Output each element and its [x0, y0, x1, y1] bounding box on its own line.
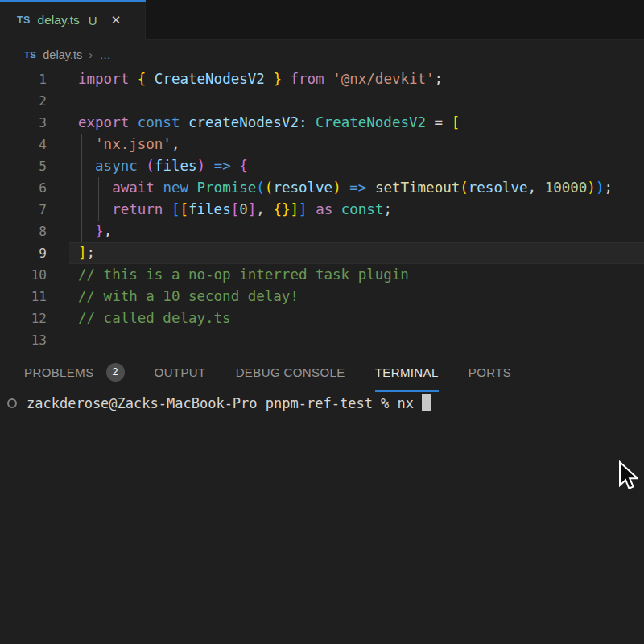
line-number[interactable]: 7 — [0, 199, 47, 221]
code-line-row: 9]; — [0, 242, 644, 264]
code-line-row: 3export const createNodesV2: CreateNodes… — [0, 112, 644, 134]
tab-ports[interactable]: PORTS — [469, 353, 511, 392]
line-number[interactable]: 9 — [0, 242, 47, 264]
chevron-right-icon: › — [89, 47, 93, 61]
tab-ports-label: PORTS — [469, 365, 511, 379]
code-line-row: 11// with a 10 second delay! — [0, 286, 644, 308]
tab-terminal[interactable]: TERMINAL — [375, 353, 439, 392]
active-tab-indicator — [0, 0, 146, 2]
line-number[interactable]: 8 — [0, 221, 47, 242]
code-line-row: 7 return [[files[0], {}]] as const; — [0, 199, 644, 221]
tab-filename: delay.ts — [38, 13, 80, 27]
line-number[interactable]: 12 — [0, 308, 47, 329]
line-number[interactable]: 10 — [0, 264, 47, 286]
terminal-block-cursor — [422, 394, 431, 411]
tab-output-label: OUTPUT — [155, 365, 206, 379]
code-line-row: 8 }, — [0, 221, 644, 242]
line-number[interactable]: 3 — [0, 112, 47, 134]
breadcrumb-symbol-ellipsis[interactable]: … — [99, 48, 111, 61]
mouse-cursor-arrow-icon — [617, 460, 638, 497]
code-line[interactable]: return [[files[0], {}]] as const; — [78, 199, 392, 221]
code-editor[interactable]: 1import { CreateNodesV2 } from '@nx/devk… — [0, 68, 644, 353]
tab-output[interactable]: OUTPUT — [155, 353, 206, 392]
editor-tab-bar: TS delay.ts U ✕ — [0, 0, 644, 40]
code-line[interactable]: // this is a no-op interred task plugin — [78, 264, 409, 286]
code-lines: 1import { CreateNodesV2 } from '@nx/devk… — [0, 68, 644, 351]
tab-problems-label: PROBLEMS — [24, 365, 94, 379]
code-line-row: 6 await new Promise((resolve) => setTime… — [0, 177, 644, 199]
code-line-row: 2 — [0, 90, 644, 112]
code-line-row: 12// called delay.ts — [0, 308, 644, 329]
code-line[interactable]: 'nx.json', — [78, 134, 180, 155]
command-decoration-circle-icon — [7, 398, 17, 408]
code-line-row: 1import { CreateNodesV2 } from '@nx/devk… — [0, 68, 644, 90]
code-line[interactable]: ]; — [78, 242, 95, 264]
code-line-row: 10// this is a no-op interred task plugi… — [0, 264, 644, 286]
terminal[interactable]: zackderose@Zacks-MacBook-Pro pnpm-ref-te… — [0, 393, 644, 413]
code-line-row: 5 async (files) => { — [0, 155, 644, 177]
panel-tab-bar: PROBLEMS 2 OUTPUT DEBUG CONSOLE TERMINAL… — [0, 353, 644, 392]
line-number[interactable]: 2 — [0, 90, 47, 112]
code-line[interactable]: async (files) => { — [78, 155, 248, 177]
code-line[interactable]: export const createNodesV2: CreateNodesV… — [78, 112, 460, 134]
code-line-row: 13 — [0, 329, 644, 351]
tab-terminal-label: TERMINAL — [375, 365, 439, 379]
tab-delay-ts[interactable]: TS delay.ts U ✕ — [0, 0, 146, 40]
tab-debug-console[interactable]: DEBUG CONSOLE — [236, 353, 345, 392]
terminal-prompt: zackderose@Zacks-MacBook-Pro pnpm-ref-te… — [27, 395, 414, 411]
code-line-row: 4 'nx.json', — [0, 134, 644, 155]
code-line[interactable]: // called delay.ts — [78, 308, 231, 329]
breadcrumb-file[interactable]: delay.ts — [43, 48, 82, 61]
tab-debug-console-label: DEBUG CONSOLE — [236, 365, 345, 379]
code-line[interactable]: }, — [78, 221, 112, 242]
line-number[interactable]: 11 — [0, 286, 47, 308]
problems-count-badge: 2 — [106, 363, 125, 382]
line-number[interactable]: 4 — [0, 134, 47, 155]
close-icon[interactable]: ✕ — [111, 13, 122, 27]
code-line[interactable]: await new Promise((resolve) => setTimeou… — [78, 177, 613, 199]
code-line[interactable]: // with a 10 second delay! — [78, 286, 299, 308]
line-number[interactable]: 6 — [0, 177, 47, 199]
breadcrumb: TS delay.ts › … — [0, 41, 644, 68]
tab-problems[interactable]: PROBLEMS 2 — [24, 353, 125, 392]
typescript-file-icon: TS — [24, 50, 36, 60]
code-line[interactable]: import { CreateNodesV2 } from '@nx/devki… — [78, 68, 443, 90]
line-number[interactable]: 1 — [0, 68, 47, 90]
line-number[interactable]: 5 — [0, 155, 47, 177]
line-number[interactable]: 13 — [0, 329, 47, 351]
typescript-file-icon: TS — [17, 14, 31, 26]
git-untracked-badge: U — [89, 14, 97, 27]
